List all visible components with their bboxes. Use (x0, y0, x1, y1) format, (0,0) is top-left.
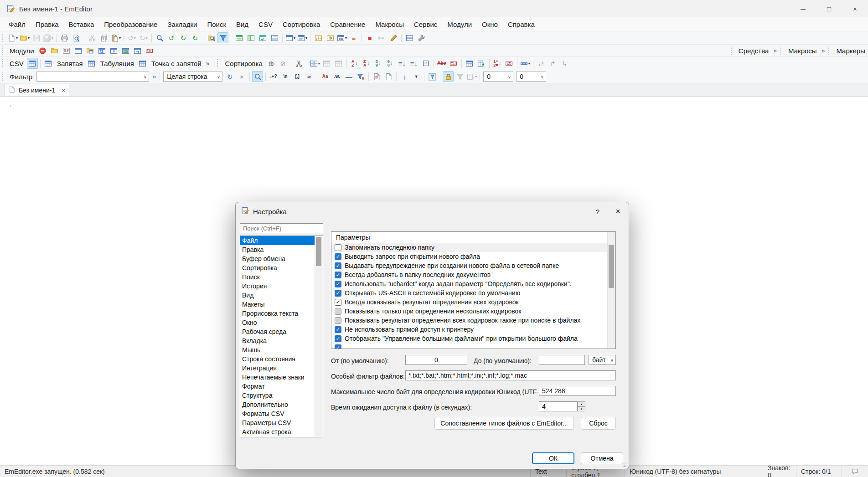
sync-c-button[interactable] (257, 32, 268, 43)
category-item[interactable]: Прорисовка текста (240, 309, 323, 318)
category-item[interactable]: Рабочая среда (240, 327, 323, 336)
checkbox-icon[interactable]: ✓ (335, 272, 341, 278)
show-unmatched-lines-button[interactable] (383, 71, 394, 82)
csv-semicolon-button[interactable] (137, 58, 148, 69)
plugin-2-button[interactable] (49, 45, 60, 56)
dialog-title-bar[interactable]: Настройка ? × (236, 202, 629, 221)
filter-overflow-icon[interactable]: » (150, 73, 158, 80)
maximize-button[interactable]: □ (816, 0, 842, 17)
plugin-10-button[interactable]: 123 (144, 45, 155, 56)
filter-refresh-button[interactable]: ↻ (224, 71, 235, 82)
file-filter-input[interactable] (405, 370, 616, 380)
options-scrollbar[interactable] (607, 232, 615, 349)
menu-sort[interactable]: Сортировка (278, 19, 325, 30)
checkbox-icon[interactable]: ✓ (335, 253, 341, 260)
compare-files-button[interactable] (313, 32, 324, 43)
toolbar-grip[interactable] (2, 34, 5, 42)
dialog-help-button[interactable]: ? (588, 208, 607, 215)
menu-help[interactable]: Справка (503, 19, 540, 30)
workspace-save-dropdown-icon[interactable]: ▾ (294, 36, 295, 40)
menu-tools[interactable]: Сервис (409, 19, 442, 30)
max-bytes-input[interactable] (539, 386, 616, 396)
checkbox-icon[interactable]: ✓ (335, 326, 341, 333)
category-item[interactable]: Форматы CSV (240, 409, 323, 418)
checkbox-icon[interactable]: ✓ (335, 335, 341, 342)
comment-bubble-icon[interactable] (842, 466, 868, 477)
category-item[interactable]: Дополнительно (240, 400, 323, 409)
from-default-input[interactable] (405, 355, 467, 365)
open-file-button[interactable]: ▾ (19, 32, 30, 43)
show-matched-lines-button[interactable] (371, 71, 382, 82)
redo-button[interactable]: ↻▾ (138, 32, 149, 43)
close-button[interactable]: × (842, 0, 868, 17)
filter-minus-button[interactable]: — (343, 71, 354, 82)
copy-column-button[interactable]: ↱ (548, 58, 558, 69)
record-macro-button[interactable]: ■ (364, 32, 375, 43)
option-row[interactable]: ✓Открывать US-ASCII в системной кодировк… (331, 288, 615, 297)
new-file-dropdown-icon[interactable]: ▾ (16, 36, 18, 40)
sort-0-9-button[interactable]: 09↓ (373, 58, 384, 69)
split-window-button[interactable] (404, 32, 415, 43)
sort-short-long-button[interactable]: ≡↓ (397, 58, 408, 69)
tab-close-icon[interactable]: × (62, 87, 65, 94)
find-button[interactable] (154, 32, 165, 43)
workspace-save-button[interactable]: ▾ (285, 32, 296, 43)
menu-insert[interactable]: Вставка (64, 19, 99, 30)
filter-pointer-button[interactable] (455, 71, 465, 82)
sync-b-button[interactable] (245, 32, 256, 43)
csv-mode-button[interactable] (27, 58, 38, 69)
menu-window[interactable]: Окно (477, 19, 503, 30)
markers-button[interactable]: ▾ (336, 32, 347, 43)
paste-dropdown-icon[interactable]: ▾ (119, 36, 121, 40)
category-item[interactable]: Интеграция (240, 364, 323, 373)
category-scrollbar-thumb[interactable] (316, 237, 321, 266)
category-item[interactable]: Непечатаемые знаки (240, 373, 323, 382)
option-row[interactable]: Показывать результат определения всех ко… (331, 316, 615, 325)
outline-button[interactable]: ≡ (348, 32, 359, 43)
menu-plugins[interactable]: Модули (442, 19, 477, 30)
csv-convert-button[interactable] (294, 58, 305, 69)
delete-duplicates-button[interactable]: Abc (436, 58, 447, 69)
filter-toolbar-toggle-button[interactable] (217, 32, 228, 43)
category-item[interactable]: Вид (240, 291, 323, 300)
advanced-filter-button[interactable] (427, 71, 438, 82)
sort-9-0-button[interactable]: 90↓ (385, 58, 396, 69)
menu-csv[interactable]: CSV (253, 19, 278, 30)
filter-down-menu-button[interactable]: ▼ (411, 71, 422, 82)
play-macro-button[interactable]: ▶▶ (376, 32, 387, 43)
paste-button[interactable]: ▾ (110, 32, 121, 43)
whole-word-button[interactable]: .w. (331, 71, 342, 82)
match-case-button[interactable]: Aa (320, 71, 331, 82)
category-item[interactable]: Мышь (240, 345, 323, 354)
filter-clear-button[interactable]: × (236, 71, 247, 82)
workspace-restore-dropdown-icon[interactable]: ▾ (305, 36, 307, 40)
csv-cell-match-button[interactable]: [,] (292, 71, 303, 82)
toolbar-grip[interactable] (217, 59, 220, 67)
option-row[interactable]: ✓Выводить запрос при открытии нового фай… (331, 252, 615, 261)
sort-a-z-button[interactable]: AZ↓ (349, 58, 360, 69)
plugin-6-button[interactable] (97, 45, 108, 56)
option-row[interactable]: Показывать только при определении нескол… (331, 307, 615, 316)
spinner-down-icon[interactable]: ▼ (578, 406, 585, 411)
menu-edit[interactable]: Правка (31, 19, 64, 30)
category-item[interactable]: Файл (240, 236, 323, 245)
cancel-button[interactable]: Отмена (581, 452, 623, 464)
measure-button[interactable]: 123 (504, 58, 515, 69)
category-item[interactable]: Правка (240, 245, 323, 254)
option-row[interactable]: ✓ (331, 343, 615, 349)
category-item[interactable]: Параметры CSV (240, 418, 323, 427)
menu-view[interactable]: Вид (231, 19, 253, 30)
option-row[interactable]: Запоминать последнюю папку (331, 243, 615, 252)
numbering-button[interactable]: 1=2=↓ (492, 58, 503, 69)
edit-macro-button[interactable] (388, 32, 399, 43)
print-preview-button[interactable] (71, 32, 82, 43)
category-item[interactable]: Поиск (240, 272, 323, 282)
category-item[interactable]: Сортировка (240, 263, 323, 272)
option-row[interactable]: ✓Не использовать прямой доступ к принтер… (331, 325, 615, 334)
timeout-input[interactable] (539, 401, 578, 411)
menu-compare[interactable]: Сравнение (325, 19, 370, 30)
option-row[interactable]: ✓Всегда добавлять в папку последних доку… (331, 270, 615, 279)
checkbox-icon[interactable] (335, 317, 341, 324)
filter-input[interactable]: ∨ (36, 72, 149, 82)
tools-overflow-icon[interactable]: » (771, 47, 779, 54)
